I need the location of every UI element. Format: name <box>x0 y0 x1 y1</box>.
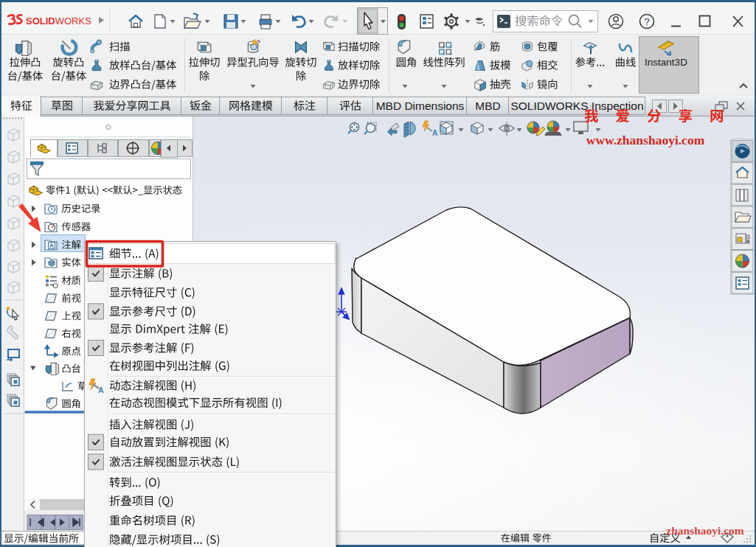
svg-text:A: A <box>49 242 55 249</box>
